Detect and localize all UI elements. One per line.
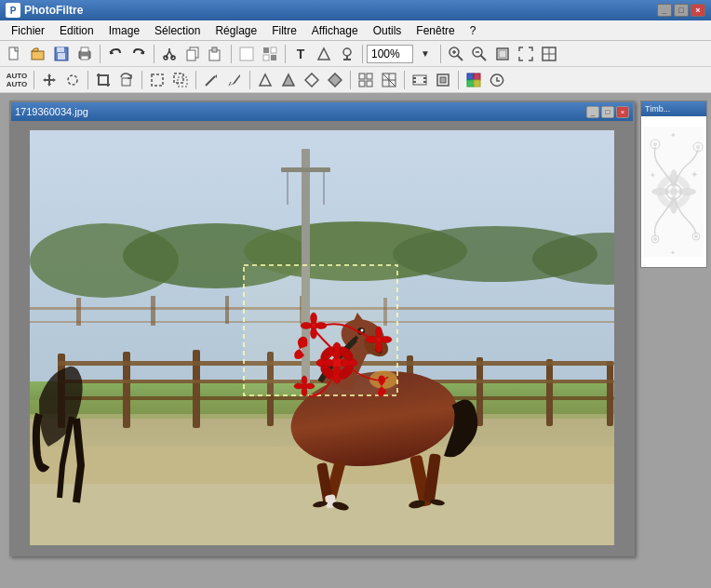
svg-marker-45 — [260, 74, 271, 86]
svg-text:✦: ✦ — [650, 171, 656, 180]
minimize-button[interactable]: _ — [657, 4, 672, 17]
copy-button[interactable] — [181, 44, 204, 64]
save-button[interactable] — [50, 44, 73, 64]
svg-rect-95 — [225, 296, 229, 324]
separator-5 — [362, 45, 363, 63]
svg-rect-94 — [151, 296, 155, 326]
side-panel-titlebar: Timb... — [641, 101, 706, 116]
menu-edition[interactable]: Edition — [52, 22, 101, 39]
svg-point-131 — [301, 323, 312, 329]
film-button[interactable] — [409, 70, 431, 90]
stamp-button[interactable] — [336, 44, 358, 64]
toolbar-tools: AUTOAUTO — [0, 67, 711, 93]
svg-rect-6 — [81, 47, 88, 52]
svg-rect-4 — [58, 53, 65, 60]
svg-marker-46 — [283, 74, 294, 86]
redo-button[interactable] — [127, 44, 150, 64]
separator-1 — [100, 45, 101, 63]
menu-reglage[interactable]: Réglage — [208, 22, 264, 39]
grid-button[interactable] — [355, 70, 377, 90]
zoom-input[interactable]: 100% — [367, 45, 413, 63]
shape-button[interactable] — [313, 44, 335, 64]
svg-text:✦: ✦ — [670, 249, 676, 256]
diamond-button[interactable] — [301, 70, 323, 90]
menu-image[interactable]: Image — [101, 22, 147, 39]
sep-t8 — [458, 71, 459, 89]
menu-selection[interactable]: Sélection — [147, 22, 208, 39]
svg-line-43 — [206, 76, 215, 86]
fullscreen-button[interactable] — [515, 44, 537, 64]
triangle-button[interactable] — [254, 70, 276, 90]
open-button[interactable] — [27, 44, 49, 64]
zoom-out-button[interactable] — [468, 44, 490, 64]
color-swatch-button[interactable] — [463, 70, 485, 90]
svg-rect-3 — [57, 47, 64, 52]
photo-image — [30, 130, 614, 545]
text-tool-button[interactable]: T — [289, 44, 312, 64]
rotate-button[interactable] — [115, 70, 138, 90]
diamond2-button[interactable] — [324, 70, 346, 90]
clear-button[interactable] — [235, 44, 258, 64]
svg-point-157 — [653, 142, 657, 146]
separator-4 — [285, 45, 286, 63]
svg-rect-66 — [467, 80, 474, 87]
svg-rect-42 — [178, 77, 187, 87]
svg-point-140 — [302, 387, 307, 396]
sep-t6 — [350, 71, 351, 89]
image-window-maximize[interactable]: □ — [601, 106, 614, 118]
pen-button[interactable] — [200, 70, 222, 90]
fit-window-button[interactable] — [491, 44, 514, 64]
grid2-button[interactable] — [378, 70, 400, 90]
svg-point-139 — [302, 376, 307, 385]
history-button[interactable] — [486, 70, 508, 90]
rect-select-button[interactable] — [146, 70, 168, 90]
maximize-button[interactable]: □ — [674, 4, 689, 17]
menu-filtre[interactable]: Filtre — [264, 22, 304, 39]
svg-rect-41 — [174, 74, 183, 83]
move-button[interactable] — [38, 70, 60, 90]
image-window-minimize[interactable]: _ — [586, 106, 599, 118]
triangle2-button[interactable] — [277, 70, 300, 90]
canvas-area[interactable] — [11, 121, 633, 555]
paste-button[interactable] — [205, 44, 227, 64]
new-button[interactable] — [4, 44, 26, 64]
rect-select2-button[interactable] — [169, 70, 192, 90]
svg-point-142 — [305, 383, 315, 389]
separator-3 — [231, 45, 232, 63]
undo-button[interactable] — [104, 44, 127, 64]
svg-rect-14 — [187, 50, 195, 60]
svg-rect-59 — [413, 81, 416, 83]
svg-point-129 — [311, 313, 317, 324]
svg-rect-65 — [474, 74, 480, 80]
svg-rect-18 — [263, 47, 269, 53]
crop-button[interactable] — [92, 70, 114, 90]
zoom-in-button[interactable] — [445, 44, 467, 64]
menu-fenetre[interactable]: Fenêtre — [409, 22, 462, 39]
svg-marker-48 — [329, 74, 342, 87]
menu-bar: Fichier Edition Image Sélection Réglage … — [0, 20, 711, 41]
zoom-dropdown-button[interactable]: ▼ — [414, 44, 436, 64]
pen2-button[interactable] — [223, 70, 246, 90]
color-fill-button[interactable] — [259, 44, 281, 64]
menu-affichage[interactable]: Affichage — [304, 22, 366, 39]
image-window-close[interactable]: × — [616, 106, 629, 118]
sep-t5 — [249, 71, 250, 89]
auto-tool-button[interactable]: AUTOAUTO — [4, 70, 30, 90]
menu-fichier[interactable]: Fichier — [4, 22, 52, 39]
cut-button[interactable] — [158, 44, 181, 64]
svg-line-32 — [480, 55, 486, 60]
svg-point-141 — [294, 383, 303, 389]
svg-rect-39 — [122, 78, 130, 86]
menu-outils[interactable]: Outils — [366, 22, 409, 39]
close-button[interactable]: × — [691, 4, 705, 17]
print-button[interactable] — [74, 44, 96, 64]
film2-button[interactable] — [432, 70, 454, 90]
nav-button[interactable] — [538, 44, 560, 64]
svg-line-29 — [457, 55, 463, 60]
svg-rect-93 — [76, 298, 81, 326]
sep-t2 — [87, 71, 88, 89]
svg-rect-51 — [359, 81, 365, 87]
svg-rect-34 — [499, 50, 506, 58]
lasso-button[interactable] — [61, 70, 84, 90]
menu-help[interactable]: ? — [463, 22, 484, 39]
